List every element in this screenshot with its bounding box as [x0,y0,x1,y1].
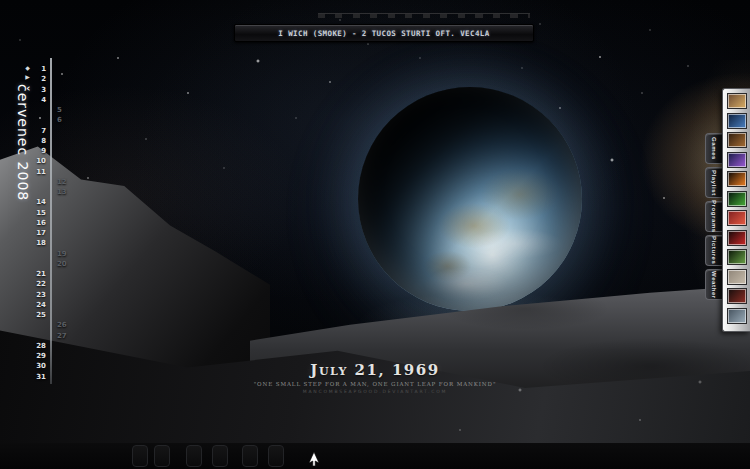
calendar-day-number: 5 [57,106,62,114]
calendar-day: 8 [0,136,110,146]
calendar-day-number: 13 [57,188,67,196]
dock-thumbnail[interactable] [727,191,747,207]
calendar-day-number: 24 [36,301,46,309]
dock-thumbnail[interactable] [727,288,747,304]
calendar-day: 24 [0,300,110,310]
dock-thumbnail[interactable] [727,132,747,148]
dock-tab[interactable]: Games [705,133,722,164]
calendar-day: 4 [0,95,110,105]
calendar-day: 22 [0,279,110,289]
calendar-day-number: 9 [41,147,46,155]
calendar-day-number: 14 [36,198,46,206]
dock-tab-label: Pictures [711,236,717,264]
dock-tab[interactable]: Pictures [705,235,722,266]
taskbar-group [212,445,228,467]
taskbar-group [186,445,202,467]
taskbar-group [132,445,148,467]
calendar-day-number: 25 [36,311,46,319]
taskbar-group [242,445,258,467]
dock-thumbnail[interactable] [727,113,747,129]
dock-thumbnail[interactable] [727,249,747,265]
dock-thumbnail[interactable] [727,171,747,187]
calendar-day: 29 [0,351,110,361]
mouse-cursor-icon [308,452,320,466]
calendar-day: 12 [0,177,110,187]
dock-tab-label: Games [711,137,717,160]
calendar-day: 5 [0,105,110,115]
dock-tab-label: Weather [711,271,717,299]
dock-tab-label: Programs [711,200,717,233]
calendar-day: 28 [0,341,110,351]
dock-thumbnail[interactable] [727,152,747,168]
calendar-day: 17 [0,228,110,238]
now-playing-bar[interactable]: I WICH (SMOKE) - 2 TUCOS STURTI OFT. VEC… [234,24,534,42]
calendar-day-number: 1 [41,65,46,73]
desktop: I WICH (SMOKE) - 2 TUCOS STURTI OFT. VEC… [0,0,750,469]
calendar-day-number: 2 [41,75,46,83]
dock-thumbnail[interactable] [727,269,747,285]
calendar-day-number: 16 [36,219,46,227]
dock-tab[interactable]: Programs [705,201,722,232]
dock-tab[interactable]: Playlist [705,167,722,198]
dock-thumbnail[interactable] [727,210,747,226]
dock-tab-label: Playlist [711,170,717,196]
calendar-day: 11 [0,167,110,177]
calendar-day-number: 18 [36,239,46,247]
calendar-day: 25 [0,310,110,320]
calendar-day-number: 6 [57,116,62,124]
taskbar-group [154,445,170,467]
calendar-day-number: 10 [36,157,46,165]
calendar-day: 20 [0,259,110,269]
calendar-day: 3 [0,85,110,95]
calendar-day-number: 8 [41,137,46,145]
calendar-day: 10 [0,156,110,166]
calendar-day-number: 27 [57,332,67,340]
calendar-day-number: 15 [36,209,46,217]
mini-segment-strip [318,13,530,18]
calendar-day: 16 [0,218,110,228]
calendar-day: 27 [0,331,110,341]
calendar-day: 9 [0,146,110,156]
calendar-day-number: 31 [36,373,46,381]
calendar-day: 21 [0,269,110,279]
calendar-day-number: 17 [36,229,46,237]
calendar-day: 13 [0,187,110,197]
dock-thumbnail[interactable] [727,308,747,324]
now-playing-track-title: I WICH (SMOKE) - 2 TUCOS STURTI OFT. VEC… [278,29,489,38]
calendar-day-number: 7 [41,127,46,135]
calendar-day: 31 [0,372,110,382]
calendar-day-number: 23 [36,291,46,299]
calendar-day: 30 [0,361,110,371]
calendar-day: 14 [0,197,110,207]
taskbar [0,443,750,469]
calendar-day: 15 [0,208,110,218]
calendar-day-number: 29 [36,352,46,360]
calendar-day: 1 [0,64,110,74]
calendar-day-number: 21 [36,270,46,278]
calendar-day: 23 [0,290,110,300]
calendar-day-number: 4 [41,96,46,104]
taskbar-group [268,445,284,467]
calendar-day: 7 [0,126,110,136]
dock-thumbnail-panel [722,88,750,332]
calendar-day-number: 11 [36,168,46,176]
earth-planet-image [358,87,582,311]
dock-tab[interactable]: Weather [705,269,722,300]
calendar-day-number: 20 [57,260,67,268]
calendar-day-number: 12 [57,178,67,186]
calendar-day-number: 30 [36,362,46,370]
calendar-day-number: 26 [57,321,67,329]
calendar-day: 26 [0,320,110,330]
calendar-day: 19 [0,249,110,259]
calendar-day-number: 22 [36,280,46,288]
dock-tab-list: Games Playlist Programs Pictures Weather [705,133,722,303]
calendar-day-number: 28 [36,342,46,350]
calendar-day: 6 [0,115,110,125]
calendar-day-number: 3 [41,86,46,94]
calendar-day-number: 19 [57,250,67,258]
calendar-day: 18 [0,238,110,248]
calendar-days-list: 1 2 3 4 5 6 7 8 9 10 11 12 [0,64,110,382]
dock-thumbnail[interactable] [727,93,747,109]
calendar-day: 2 [0,74,110,84]
dock-thumbnail[interactable] [727,230,747,246]
